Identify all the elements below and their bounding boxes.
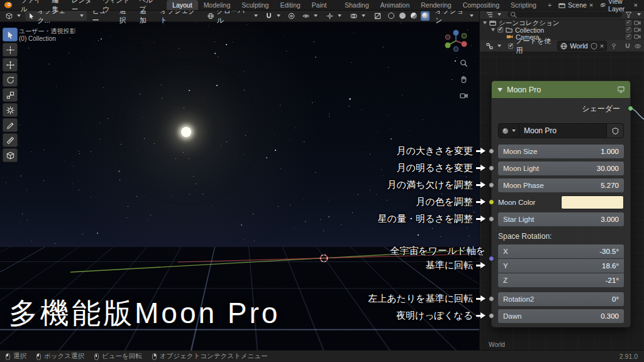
tool-cursor[interactable] (3, 43, 18, 57)
camera-view-icon[interactable] (460, 92, 468, 100)
menu-item[interactable]: 編集 (47, 0, 67, 14)
workspace-tab[interactable]: + (542, 0, 557, 10)
scene-selector[interactable]: Scene (558, 1, 593, 9)
node-row-dawn[interactable]: Dawn0.300 (498, 309, 624, 323)
zoom-icon[interactable] (460, 59, 468, 67)
node-row-moon-phase[interactable]: Moon Phase5.270 (498, 178, 624, 192)
shader-output-socket[interactable] (628, 106, 633, 111)
input-socket[interactable] (489, 199, 494, 205)
star-field (0, 10, 479, 248)
node-row-moon-size[interactable]: Moon Size1.000 (498, 145, 624, 158)
tool-annotate[interactable] (3, 118, 18, 132)
unlink-world-button[interactable] (600, 42, 604, 50)
input-socket[interactable] (489, 165, 494, 171)
options-dropdown[interactable]: オプション (432, 11, 477, 21)
workspace-tab[interactable]: Animation (375, 0, 416, 10)
shading-material-button[interactable] (409, 11, 418, 21)
use-nodes-checkbox[interactable]: ノードを使用 (508, 36, 553, 55)
input-socket[interactable] (489, 182, 494, 188)
workspace-tab[interactable]: Texture Paint (306, 0, 339, 10)
orientation-dropdown[interactable]: グローバル (204, 11, 261, 21)
menu-item[interactable]: ファイル (16, 0, 47, 14)
collapse-triangle-icon[interactable] (497, 88, 502, 92)
menu-item[interactable]: レンダー (67, 0, 98, 14)
pin-icon[interactable] (611, 43, 617, 50)
tool-rotate[interactable] (3, 73, 18, 87)
tool-transform[interactable] (3, 103, 18, 117)
object-visibility-dropdown[interactable] (299, 11, 321, 21)
xray-icon (374, 13, 381, 19)
node-overlays-icon[interactable] (635, 43, 641, 50)
gizmos-dropdown[interactable] (323, 11, 345, 21)
node-row-rotation2[interactable]: Rotation20° (498, 292, 624, 306)
node-row-z[interactable]: Z-21° (498, 273, 624, 287)
input-socket[interactable] (489, 216, 494, 222)
scene-icon (558, 2, 565, 9)
node-row-x[interactable]: X-30.5° (498, 244, 624, 258)
moon-pro-node[interactable]: Moon Pro シェーダー Moon Pro Moon Size1.000Mo… (491, 80, 631, 327)
fake-user-shield-icon[interactable] (591, 43, 597, 50)
node-row-moon-light[interactable]: Moon Light30.000 (498, 162, 624, 175)
selectable-checkbox[interactable] (626, 34, 631, 40)
menu-item[interactable]: ウィンドウ (98, 0, 135, 14)
node-row-star-light[interactable]: Star Light3.000 (498, 212, 624, 226)
proportional-edit-button[interactable] (285, 11, 298, 21)
nodegroup-selector[interactable]: Moon Pro (498, 123, 624, 138)
node-row-moon-color[interactable]: Moon Color (498, 195, 624, 209)
tool-scale[interactable] (3, 88, 18, 102)
viewport-3d[interactable]: ユーザー・透視投影 (0) Collection 多機能版Moon Pro (0, 10, 479, 351)
disclosure-triangle-icon[interactable] (483, 21, 487, 25)
overlays-dropdown[interactable] (347, 11, 369, 21)
workspace-tab[interactable]: Scripting (505, 0, 542, 10)
workspace-tab[interactable]: UV Editing (274, 0, 306, 10)
outliner-row-collection[interactable]: Collection (480, 26, 644, 33)
node-header[interactable]: Moon Pro (492, 81, 630, 98)
workspace-tab[interactable]: Modeling (198, 0, 236, 10)
outliner-row-camera[interactable]: Camera (480, 33, 644, 40)
workspace-tab[interactable]: Shading (339, 0, 375, 10)
snap-dropdown[interactable] (262, 11, 284, 21)
scene-unlink-icon[interactable] (589, 1, 593, 9)
world-datablock-selector[interactable]: World (557, 41, 607, 51)
input-socket[interactable] (489, 313, 494, 319)
tool-select-box[interactable] (3, 28, 18, 41)
shading-rendered-button[interactable] (421, 11, 430, 21)
workspace-tab[interactable]: Rendering (415, 0, 457, 10)
selectable-checkbox[interactable] (626, 20, 631, 26)
xray-toggle[interactable] (371, 11, 384, 21)
tool-move[interactable] (3, 58, 18, 72)
navigation-gizmo[interactable] (441, 26, 470, 55)
checkbox-icon[interactable] (508, 43, 513, 49)
collection-checkbox[interactable] (497, 27, 503, 33)
node-row-y[interactable]: Y18.6° (498, 259, 624, 273)
nodegroup-browse-button[interactable] (499, 124, 519, 138)
input-socket[interactable] (489, 256, 494, 261)
input-socket[interactable] (489, 296, 494, 302)
tool-measure[interactable] (3, 133, 18, 147)
render-visibility-icon[interactable] (634, 19, 641, 26)
menu-item[interactable]: ヘルプ (135, 0, 160, 14)
shading-wireframe-button[interactable] (387, 11, 396, 21)
input-socket[interactable] (489, 148, 494, 154)
view-layer-unlink-icon[interactable] (634, 1, 638, 9)
selectable-checkbox[interactable] (626, 27, 631, 33)
render-visibility-icon[interactable] (634, 26, 641, 33)
fake-user-button[interactable] (606, 124, 623, 138)
workspace-tab[interactable]: Layout (167, 0, 198, 10)
view-layer-selector[interactable]: View Layer (601, 0, 638, 13)
viewport-editor-icon (6, 13, 13, 19)
shading-solid-button[interactable] (398, 11, 407, 21)
blender-logo[interactable] (4, 1, 13, 9)
node-editor-type-button[interactable] (483, 41, 504, 51)
shader-node-editor[interactable]: ノードを使用 World Moon Pro シェーダー (479, 40, 644, 351)
workspace-tab[interactable]: Sculpting (236, 0, 274, 10)
outliner-row-scene[interactable]: シーンコレクション (480, 19, 644, 26)
workspace-tab[interactable]: Compositing (457, 0, 505, 10)
node-snap-icon[interactable] (625, 43, 631, 50)
render-visibility-icon[interactable] (634, 33, 641, 40)
disclosure-triangle-icon[interactable] (491, 28, 495, 31)
moon-color-swatch[interactable] (561, 195, 624, 209)
tool-add-cube[interactable] (3, 148, 18, 162)
pan-hand-icon[interactable] (460, 75, 468, 84)
node-preview-icon[interactable] (618, 86, 625, 93)
